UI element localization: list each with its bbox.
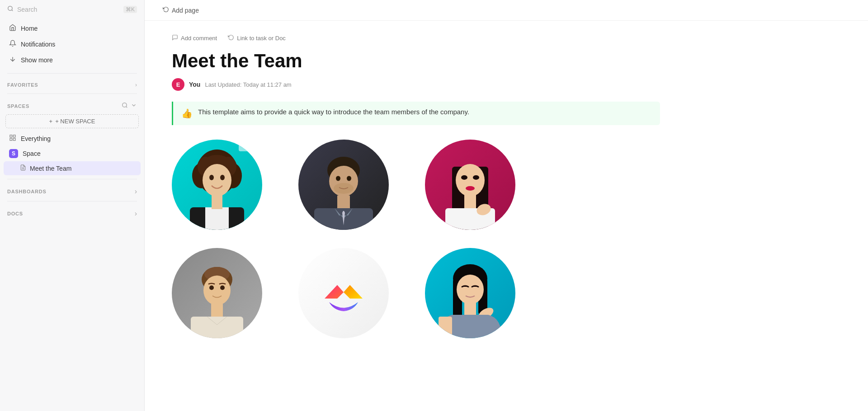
svg-point-46: [209, 285, 214, 290]
spaces-label: SPACES: [7, 103, 29, 109]
sidebar-item-space[interactable]: S Space: [4, 146, 141, 161]
docs-label: DOCS: [7, 211, 23, 216]
svg-point-39: [466, 186, 475, 191]
svg-point-0: [8, 6, 12, 10]
team-photo-3: [425, 140, 515, 230]
search-shortcut: ⌘K: [123, 6, 137, 13]
add-page-bar: Add page: [145, 0, 868, 21]
team-grid: + ⋮: [172, 140, 660, 338]
team-card-1: + ⋮: [172, 140, 262, 230]
dashboards-chevron-icon: ›: [135, 187, 137, 196]
main-content: Add page Add comment Link to task or Doc…: [145, 0, 868, 411]
last-updated-text: Last Updated: Today at 11:27 am: [205, 81, 291, 88]
spaces-search-icon[interactable]: [122, 102, 128, 110]
docs-section[interactable]: DOCS ›: [0, 205, 144, 220]
add-comment-label: Add comment: [181, 35, 217, 42]
dashboards-section[interactable]: DASHBOARDS ›: [0, 183, 144, 197]
svg-rect-29: [337, 196, 350, 209]
main-nav: Home Notifications Show more: [0, 19, 144, 70]
link-task-button[interactable]: Link to task or Doc: [228, 34, 286, 42]
dashboards-label: DASHBOARDS: [7, 189, 47, 194]
svg-point-47: [220, 285, 225, 290]
svg-rect-5: [10, 135, 12, 137]
divider-3: [7, 179, 137, 179]
info-text: This template aims to provide a quick wa…: [198, 108, 469, 116]
card-actions-1: + ⋮: [239, 141, 260, 151]
divider-4: [7, 201, 137, 201]
sidebar-item-notifications[interactable]: Notifications: [4, 36, 141, 52]
team-photo-6: [425, 248, 515, 338]
bell-icon: [9, 40, 16, 48]
sidebar-item-meet-the-team-label: Meet the Team: [30, 165, 71, 172]
team-card-3: [425, 140, 515, 230]
svg-rect-7: [10, 138, 12, 140]
home-icon: [9, 24, 16, 33]
sidebar-item-home[interactable]: Home: [4, 20, 141, 36]
svg-point-18: [209, 175, 214, 180]
page-doc-icon: [20, 164, 26, 172]
favorites-label: FAVORITES: [7, 82, 38, 88]
divider-2: [7, 93, 137, 94]
svg-rect-23: [212, 195, 222, 209]
spaces-chevron-down-icon[interactable]: [131, 102, 137, 110]
svg-point-3: [123, 103, 127, 107]
search-bar[interactable]: Search ⌘K: [0, 0, 144, 19]
comment-icon: [172, 34, 178, 42]
svg-rect-6: [13, 135, 15, 137]
team-card-6: [425, 248, 515, 338]
sidebar-item-meet-the-team[interactable]: Meet the Team: [4, 161, 141, 175]
svg-point-17: [203, 164, 231, 196]
favorites-section[interactable]: FAVORITES ›: [0, 77, 144, 90]
sidebar-item-notifications-label: Notifications: [21, 41, 55, 48]
team-card-5: [298, 248, 389, 338]
doc-title: Meet the Team: [172, 50, 660, 72]
add-page-icon: [163, 6, 169, 14]
sidebar: Search ⌘K Home Notifications Show more F…: [0, 0, 145, 411]
team-photo-1: + ⋮: [172, 140, 262, 230]
svg-point-53: [457, 275, 484, 304]
svg-point-45: [203, 276, 231, 305]
svg-point-27: [347, 176, 351, 181]
docs-chevron-icon: ›: [135, 210, 137, 218]
team-card-4: [172, 248, 262, 338]
author-name: You: [189, 81, 200, 88]
plus-icon: +: [49, 118, 53, 125]
info-emoji: 👍: [181, 108, 193, 119]
sidebar-item-everything[interactable]: Everything: [4, 131, 141, 146]
link-task-label: Link to task or Doc: [237, 35, 286, 42]
sidebar-item-space-label: Space: [23, 150, 41, 157]
new-space-button[interactable]: + + NEW SPACE: [5, 114, 139, 128]
team-photo-2: [298, 140, 389, 230]
sidebar-item-everything-label: Everything: [21, 135, 51, 142]
svg-line-4: [126, 107, 127, 108]
grid-icon: [9, 134, 16, 143]
svg-rect-21: [205, 207, 217, 230]
add-action-icon[interactable]: +: [239, 141, 249, 151]
add-page-label: Add page: [172, 7, 199, 14]
svg-rect-40: [464, 195, 476, 209]
svg-rect-56: [439, 317, 452, 338]
sidebar-item-show-more-label: Show more: [21, 56, 53, 64]
drag-action-icon[interactable]: ⋮: [250, 141, 260, 151]
search-icon: [7, 5, 14, 13]
svg-point-19: [220, 175, 225, 180]
svg-rect-49: [191, 317, 243, 338]
svg-rect-55: [464, 303, 476, 317]
doc-author-row: E You Last Updated: Today at 11:27 am: [172, 78, 660, 91]
doc-toolbar: Add comment Link to task or Doc: [172, 34, 660, 42]
add-page-button[interactable]: Add page: [163, 6, 199, 14]
svg-point-37: [461, 175, 467, 180]
space-badge: S: [9, 149, 18, 158]
svg-line-1: [12, 10, 13, 11]
svg-rect-22: [217, 207, 229, 230]
team-photo-5: [298, 248, 389, 338]
arrow-down-icon: [9, 56, 16, 64]
team-card-2: [298, 140, 389, 230]
spaces-actions[interactable]: [122, 102, 137, 110]
doc-info-block: 👍 This template aims to provide a quick …: [172, 102, 660, 125]
add-comment-button[interactable]: Add comment: [172, 34, 217, 42]
sidebar-item-show-more[interactable]: Show more: [4, 52, 141, 68]
svg-point-26: [336, 176, 340, 181]
svg-point-38: [473, 175, 479, 180]
svg-rect-8: [13, 138, 15, 140]
